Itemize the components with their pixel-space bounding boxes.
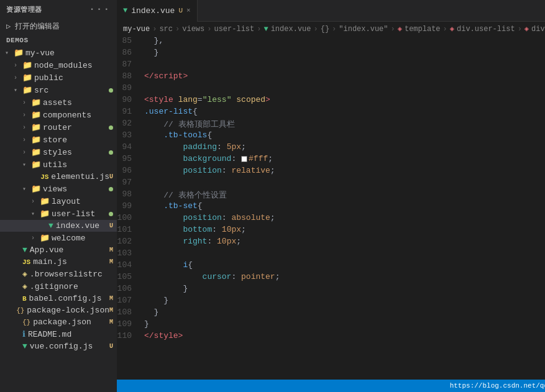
folder-icon: 📁 <box>31 110 41 120</box>
chevron-down-icon: ▾ <box>22 185 31 193</box>
modified-dot <box>109 212 113 216</box>
line-content: padding: 5px; <box>142 142 545 154</box>
tree-item-package-lock[interactable]: {} package-lock.json M <box>0 304 117 316</box>
tree-item-app-vue[interactable]: ▼ App.vue M <box>0 244 117 256</box>
tree-item-vue-config[interactable]: ▼ vue.config.js U <box>0 340 117 352</box>
tree-item-assets[interactable]: › 📁 assets <box>0 96 117 109</box>
line-number: 108 <box>117 308 142 319</box>
line-number: 89 <box>117 83 142 95</box>
line-number: 87 <box>117 60 142 71</box>
line-number: 96 <box>117 166 142 178</box>
line-number: 95 <box>117 154 142 166</box>
line-content: .tb-set{ <box>142 201 545 213</box>
tree-item-elementui-js[interactable]: JS elementui.js U <box>0 171 117 183</box>
modified-badge: M <box>109 307 113 314</box>
code-line: 93 .tb-tools{ <box>117 130 545 142</box>
tree-item-views[interactable]: ▾ 📁 views <box>0 183 117 195</box>
chevron-down-icon: ▾ <box>14 86 22 94</box>
readme-file-icon: ℹ <box>22 329 25 339</box>
code-editor[interactable]: 85 },86 }8788</script>8990<style lang="l… <box>117 36 545 380</box>
code-line: 98 // 表格个性设置 <box>117 189 545 201</box>
tree-item-layout[interactable]: › 📁 layout <box>0 195 117 207</box>
modified-badge: M <box>109 258 113 265</box>
line-content: // 表格顶部工具栏 <box>142 119 545 130</box>
code-line: 88</script> <box>117 71 545 83</box>
code-line: 102 right: 10px; <box>117 237 545 248</box>
tree-item-public[interactable]: › 📁 public <box>0 71 117 84</box>
line-number: 88 <box>117 71 142 83</box>
code-line: 100 position: absolute; <box>117 213 545 225</box>
tree-item-router[interactable]: › 📁 router <box>0 121 117 134</box>
code-line: 94 padding: 5px; <box>117 142 545 154</box>
folder-icon: 📁 <box>22 85 32 95</box>
line-content: } <box>142 284 545 296</box>
tree-item-index-vue[interactable]: ▼ index.vue U <box>0 220 117 232</box>
bc-template[interactable]: template <box>405 25 441 34</box>
code-line: 99 .tb-set{ <box>117 201 545 213</box>
untracked-badge: U <box>109 343 113 350</box>
demos-label: DEMOS <box>0 34 117 47</box>
folder-icon: 📁 <box>40 209 50 219</box>
vue-file-icon: ▼ <box>22 342 27 351</box>
tree-item-readme[interactable]: ℹ README.md <box>0 328 117 340</box>
chevron-right-icon: › <box>31 198 40 205</box>
tree-item-node-modules[interactable]: › 📁 node_modules <box>0 59 117 71</box>
line-number: 107 <box>117 296 142 308</box>
code-line: 104 i{ <box>117 260 545 272</box>
open-editor-section[interactable]: ▷ 打开的编辑器 <box>0 19 117 34</box>
bc-div-tb-tools[interactable]: div.tb-tools <box>531 25 545 34</box>
line-number: 93 <box>117 130 142 142</box>
code-line: 107 } <box>117 296 545 308</box>
code-line: 108 } <box>117 308 545 319</box>
bc-src[interactable]: src <box>159 25 173 34</box>
line-content <box>142 83 545 95</box>
tab-close-button[interactable]: × <box>186 7 191 14</box>
bc-index-vue-icon: ▼ <box>263 25 268 34</box>
tree-item-src[interactable]: ▾ 📁 src <box>0 84 117 96</box>
bc-sep5: › <box>313 25 318 34</box>
code-line: 105 cursor: pointer; <box>117 272 545 284</box>
bc-braces[interactable]: {} <box>321 25 329 34</box>
tree-item-components[interactable]: › 📁 components <box>0 109 117 121</box>
bc-my-vue[interactable]: my-vue <box>123 25 150 34</box>
tree-item-gitignore[interactable]: ◈ .gitignore <box>0 280 117 293</box>
tree-item-package-json[interactable]: {} package.json M <box>0 316 117 328</box>
bc-index-vue-str[interactable]: "index.vue" <box>339 25 388 34</box>
bc-user-list[interactable]: user-list <box>214 25 254 34</box>
line-number: 103 <box>117 248 142 260</box>
bc-index-vue[interactable]: index.vue <box>271 25 311 34</box>
line-content: right: 10px; <box>142 237 545 248</box>
sidebar-menu-dots[interactable]: ··· <box>89 4 111 15</box>
tab-modified-badge: U <box>178 7 183 14</box>
line-content: .tb-tools{ <box>142 130 545 142</box>
tree-item-styles[interactable]: › 📁 styles <box>0 146 117 158</box>
tree-item-babel-config[interactable]: B babel.config.js M <box>0 293 117 304</box>
tree-item-my-vue[interactable]: ▾ 📁 my-vue <box>0 47 117 59</box>
line-number: 100 <box>117 213 142 225</box>
line-number: 86 <box>117 48 142 60</box>
bc-views[interactable]: views <box>182 25 204 34</box>
bc-div-user-list[interactable]: div.user-list <box>457 25 515 34</box>
code-line: 89 <box>117 83 545 95</box>
line-content: i{ <box>142 260 545 272</box>
line-content: cursor: pointer; <box>142 272 545 284</box>
tree-item-main-js[interactable]: JS main.js M <box>0 256 117 268</box>
code-line: 91.user-list{ <box>117 107 545 119</box>
status-bar: https://blog.csdn.net/qq_16168871 <box>117 380 545 392</box>
folder-icon: 📁 <box>14 48 24 58</box>
tree-item-user-list[interactable]: ▾ 📁 user-list <box>0 207 117 220</box>
line-number: 102 <box>117 237 142 248</box>
tree-item-browserslistrc[interactable]: ◈ .browserslistrc <box>0 268 117 280</box>
chevron-right-icon: › <box>22 149 31 156</box>
status-url: https://blog.csdn.net/qq_16168871 <box>450 382 545 390</box>
line-content: }, <box>142 36 545 48</box>
sidebar: 资源管理器 ··· ▷ 打开的编辑器 DEMOS ▾ 📁 my-vue › 📁 … <box>0 0 117 392</box>
folder-icon: 📁 <box>31 184 41 194</box>
js-file-icon: JS <box>40 173 48 181</box>
editor-tab-index-vue[interactable]: ▼ index.vue U × <box>117 0 198 22</box>
tree-item-utils[interactable]: ▾ 📁 utils <box>0 158 117 171</box>
tree-item-store[interactable]: › 📁 store <box>0 134 117 146</box>
tab-bar: ▼ index.vue U × <box>117 0 545 22</box>
file-tree: ▾ 📁 my-vue › 📁 node_modules › 📁 public ▾… <box>0 47 117 392</box>
tree-item-welcome[interactable]: › 📁 welcome <box>0 232 117 244</box>
